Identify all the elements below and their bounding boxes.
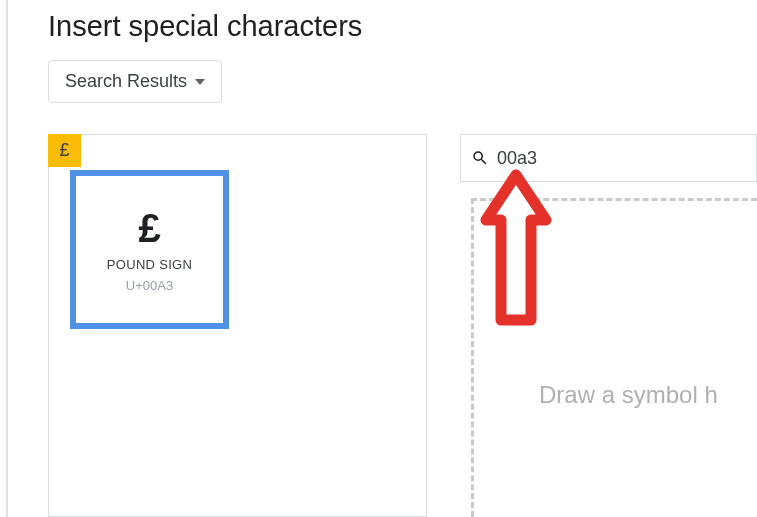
dialog-title: Insert special characters bbox=[48, 10, 362, 43]
character-preview-card[interactable]: £ POUND SIGN U+00A3 bbox=[70, 170, 229, 329]
search-icon bbox=[471, 149, 489, 167]
dropdown-label: Search Results bbox=[65, 71, 187, 92]
character-chip[interactable]: £ bbox=[48, 134, 81, 167]
draw-panel[interactable]: Draw a symbol h bbox=[471, 198, 757, 517]
left-divider bbox=[6, 0, 8, 517]
character-codepoint: U+00A3 bbox=[126, 278, 173, 293]
chevron-down-icon bbox=[195, 79, 205, 85]
draw-placeholder: Draw a symbol h bbox=[539, 381, 718, 409]
search-input[interactable] bbox=[497, 148, 746, 169]
category-dropdown[interactable]: Search Results bbox=[48, 60, 222, 103]
character-name: POUND SIGN bbox=[107, 257, 192, 272]
search-box[interactable] bbox=[460, 134, 757, 182]
character-glyph: £ bbox=[138, 206, 160, 251]
